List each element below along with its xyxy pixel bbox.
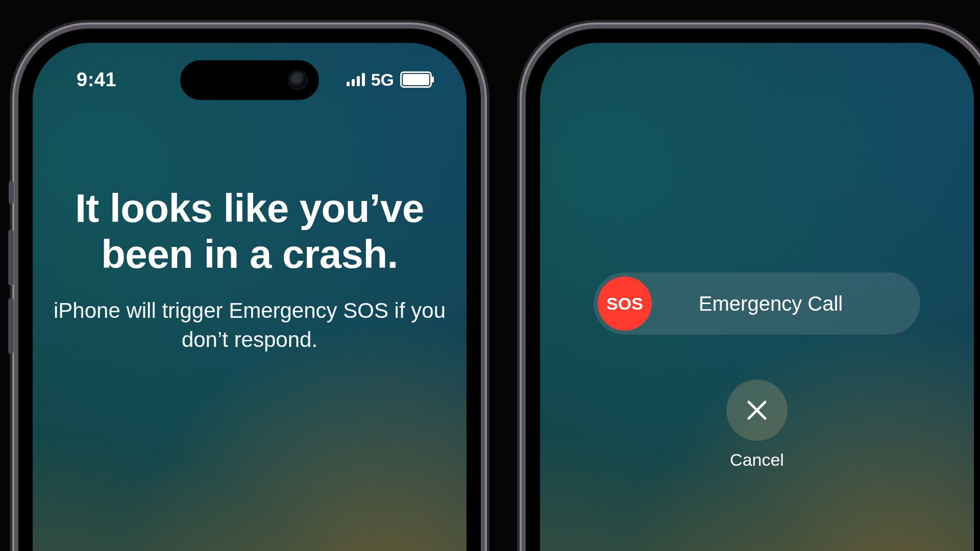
volume-up-button[interactable] xyxy=(8,230,14,286)
cellular-signal-icon xyxy=(347,73,365,86)
crash-subline: iPhone will trigger Emergency SOS if you… xyxy=(52,296,447,354)
iphone-left: 9:41 5G It looks like you’ve been in a c… xyxy=(12,22,487,551)
crash-alert-copy: It looks like you’ve been in a crash. iP… xyxy=(33,186,467,355)
network-type: 5G xyxy=(371,70,394,90)
battery-icon xyxy=(400,71,432,88)
volume-down-button[interactable] xyxy=(8,298,14,354)
crash-headline: It looks like you’ve been in a crash. xyxy=(52,186,447,277)
status-bar: 9:41 5G xyxy=(33,59,467,100)
mute-switch[interactable] xyxy=(9,181,14,204)
sos-knob-label: SOS xyxy=(606,294,643,314)
cancel-group: Cancel xyxy=(726,380,788,470)
phone-bezel: SOS Emergency Call Cancel xyxy=(526,29,980,551)
phone-bezel: 9:41 5G It looks like you’ve been in a c… xyxy=(18,29,481,551)
close-icon xyxy=(745,398,769,422)
phone-screen-crash-alert: 9:41 5G It looks like you’ve been in a c… xyxy=(33,43,467,551)
sos-knob[interactable]: SOS xyxy=(598,277,652,331)
status-time: 9:41 xyxy=(77,69,116,91)
cancel-label: Cancel xyxy=(726,450,788,470)
cancel-button[interactable] xyxy=(726,380,788,441)
emergency-call-label: Emergency Call xyxy=(652,292,920,315)
phone-screen-sos: SOS Emergency Call Cancel xyxy=(540,43,974,551)
emergency-call-slider[interactable]: SOS Emergency Call xyxy=(594,272,920,335)
iphone-right: SOS Emergency Call Cancel xyxy=(520,22,980,551)
